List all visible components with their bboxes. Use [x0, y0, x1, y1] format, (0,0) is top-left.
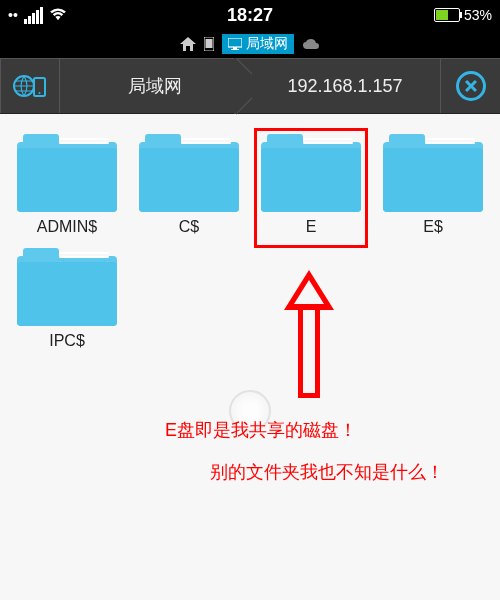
phone-icon[interactable] — [204, 37, 214, 51]
annotation-text-1: E盘即是我共享的磁盘！ — [165, 418, 357, 442]
svg-rect-2 — [228, 38, 242, 47]
folder-label: C$ — [179, 218, 199, 236]
folder-label: E$ — [423, 218, 443, 236]
battery-icon — [434, 8, 460, 22]
home-icon[interactable] — [180, 37, 196, 51]
annotation-text-2: 别的文件夹我也不知是什么！ — [210, 460, 444, 484]
nav-ip[interactable]: 192.168.1.157 — [250, 59, 440, 113]
nav-bar: 局域网 192.168.1.157 — [0, 58, 500, 114]
svg-rect-4 — [231, 49, 239, 50]
close-icon — [456, 71, 486, 101]
status-bar: •• 18:27 53% — [0, 0, 500, 30]
breadcrumb-active[interactable]: 局域网 — [222, 34, 294, 54]
svg-point-7 — [39, 92, 41, 94]
battery-percent: 53% — [464, 7, 492, 23]
cloud-icon[interactable] — [302, 38, 320, 50]
signal-bars-icon — [24, 7, 43, 24]
folder-icon — [139, 134, 239, 212]
breadcrumb: 局域网 — [0, 30, 500, 58]
folder-item[interactable]: E$ — [376, 134, 490, 236]
folder-icon — [17, 134, 117, 212]
folder-grid: ADMIN$ C$ E E$ IPC$ — [0, 114, 500, 370]
svg-rect-1 — [206, 39, 213, 48]
folder-item[interactable]: E — [254, 134, 368, 236]
folder-label: E — [306, 218, 317, 236]
signal-dots-icon: •• — [8, 7, 18, 23]
folder-icon — [261, 134, 361, 212]
folder-label: IPC$ — [49, 332, 85, 350]
folder-item[interactable]: C$ — [132, 134, 246, 236]
folder-item[interactable]: IPC$ — [10, 248, 124, 350]
folder-item[interactable]: ADMIN$ — [10, 134, 124, 236]
network-devices-button[interactable] — [0, 59, 60, 113]
folder-icon — [17, 248, 117, 326]
status-time: 18:27 — [227, 5, 273, 26]
svg-rect-3 — [233, 47, 237, 49]
nav-location[interactable]: 局域网 — [60, 59, 250, 113]
close-button[interactable] — [440, 59, 500, 113]
monitor-icon — [228, 38, 242, 50]
wifi-icon — [49, 8, 67, 22]
folder-label: ADMIN$ — [37, 218, 97, 236]
folder-icon — [383, 134, 483, 212]
